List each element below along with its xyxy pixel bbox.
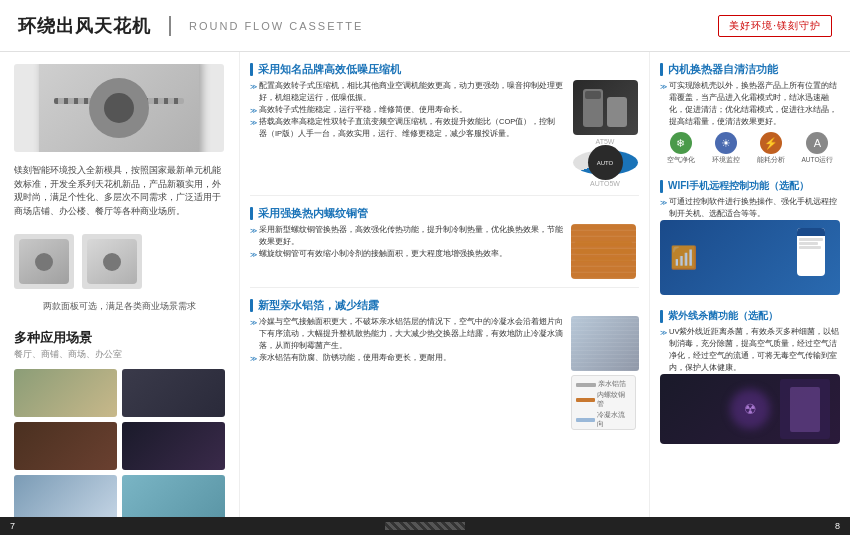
scenes-title: 多种应用场景 bbox=[14, 329, 225, 347]
alum-bullet-2: 亲水铝箔有防腐、防锈功能，使用寿命更长，更耐用。 bbox=[250, 352, 563, 364]
blue-bar-icon bbox=[250, 63, 253, 76]
page-title-cn: 环绕出风天花机 bbox=[18, 14, 151, 38]
alum-title: 新型亲水铝箔，减少结露 bbox=[258, 298, 379, 313]
alum-diagram: 亲水铝箔 内螺纹铜管 冷凝水流向 bbox=[571, 375, 636, 430]
page-header: 环绕出风天花机 ROUND FLOW CASSETTE 美好环境·镁刻守护 bbox=[0, 0, 850, 52]
compressor-bullet-2: 高效转子式性能稳定，运行平稳，维修简便、使用寿命长。 bbox=[250, 104, 563, 116]
aluminum-section: 新型亲水铝箔，减少结露 冷媒与空气接触面积更大，不破坏亲水铝箔层的情况下，空气中… bbox=[250, 298, 639, 430]
wifi-title-row: WIFI手机远程控制功能（选配） bbox=[660, 179, 840, 193]
auto-icon: A bbox=[806, 132, 828, 154]
icon-label-4: AUTO运行 bbox=[802, 156, 834, 165]
compressor-title: 采用知名品牌高效低噪压缩机 bbox=[258, 62, 401, 77]
scene-image-1 bbox=[14, 369, 117, 417]
alum-title-row: 新型亲水铝箔，减少结露 bbox=[250, 298, 639, 313]
feature-icons-row: ❄ 空气净化 ☀ 环境监控 ⚡ 能耗分析 A AUTO运行 bbox=[660, 132, 840, 165]
cassette-center bbox=[89, 78, 149, 138]
scenes-section: 多种应用场景 餐厅、商铺、商场、办公室 bbox=[14, 329, 225, 523]
cassette-illustration bbox=[29, 64, 209, 152]
cassette-center-inner bbox=[104, 93, 134, 123]
variant-shape-1 bbox=[19, 239, 69, 284]
wifi-bullet: 可通过控制软件进行换热操作、强化手机远程控制开关机、选配适合等等。 bbox=[660, 196, 840, 220]
variants-caption: 两款面板可选，满足各类商业场景需求 bbox=[14, 301, 225, 313]
blue-bar-clean-icon bbox=[660, 63, 663, 76]
wifi-title: WIFI手机远程控制功能（选配） bbox=[668, 179, 809, 193]
scene-image-6 bbox=[122, 475, 225, 523]
icon-label-3: 能耗分析 bbox=[757, 156, 785, 165]
icon-item-4: A AUTO运行 bbox=[802, 132, 834, 165]
page-footer: 7 8 bbox=[0, 517, 850, 535]
left-panel: 镁刻智能环境投入全新模具，按照国家最新单元机能效标准，开发全系列天花机新品，产品… bbox=[0, 52, 240, 535]
product-image bbox=[14, 64, 224, 152]
uv-section: 紫外线杀菌功能（选配） UV紫外线近距离杀菌，有效杀灭多种细菌，以铝制消毒，充分… bbox=[660, 309, 840, 444]
uv-title-row: 紫外线杀菌功能（选配） bbox=[660, 309, 840, 323]
icon-label-1: 空气净化 bbox=[667, 156, 695, 165]
compressor-bullet-1: 配置高效转子式压缩机，相比其他商业空调机能效更高，动力更强劲，噪音抑制处理更好，… bbox=[250, 80, 563, 104]
blue-bar-alum-icon bbox=[250, 299, 253, 312]
header-divider bbox=[169, 16, 171, 36]
footer-pattern bbox=[385, 522, 465, 530]
icon-item-3: ⚡ 能耗分析 bbox=[757, 132, 785, 165]
scene-image-2 bbox=[122, 369, 225, 417]
air-purify-icon: ❄ bbox=[670, 132, 692, 154]
uv-title: 紫外线杀菌功能（选配） bbox=[668, 309, 778, 323]
variant-images bbox=[14, 234, 225, 289]
main-content: 镁刻智能环境投入全新模具，按照国家最新单元机能效标准，开发全系列天花机新品，产品… bbox=[0, 52, 850, 535]
compressor-title-row: 采用知名品牌高效低噪压缩机 bbox=[250, 62, 639, 77]
variant-shape-2 bbox=[87, 239, 137, 284]
scene-image-4 bbox=[122, 422, 225, 470]
right-panel: 内机换热器自清洁功能 可实现除机壳以外，换热器产品上所有位置的结霜覆盖，当产品进… bbox=[650, 52, 850, 535]
self-clean-section: 内机换热器自清洁功能 可实现除机壳以外，换热器产品上所有位置的结霜覆盖，当产品进… bbox=[660, 62, 840, 165]
variant-image-2 bbox=[82, 234, 142, 289]
uv-bullet: UV紫外线近距离杀菌，有效杀灭多种细菌，以铝制消毒，充分除菌，提高空气质量，经过… bbox=[660, 326, 840, 374]
uv-image: ☢ bbox=[660, 374, 840, 444]
energy-icon: ⚡ bbox=[760, 132, 782, 154]
heat-exch-title: 采用强换热内螺纹铜管 bbox=[258, 206, 368, 221]
center-panel: 采用知名品牌高效低噪压缩机 配置高效转子式压缩机，相比其他商业空调机能效更高，动… bbox=[240, 52, 650, 535]
footer-stripe bbox=[385, 522, 465, 530]
wifi-phone-image: 📶 bbox=[660, 220, 840, 295]
heat-exchange-section: 采用强换热内螺纹铜管 采用新型螺纹铜管换热器，高效强化传热功能，提升制冷制热量，… bbox=[250, 206, 639, 288]
blue-bar-wifi-icon bbox=[660, 180, 663, 193]
heat-bullet-1: 采用新型螺纹铜管换热器，高效强化传热功能，提升制冷制热量，优化换热效果，节能效果… bbox=[250, 224, 563, 248]
brand-text: 美好环境·镁刻守护 bbox=[729, 19, 821, 33]
variant-image-1 bbox=[14, 234, 74, 289]
header-left: 环绕出风天花机 ROUND FLOW CASSETTE bbox=[18, 14, 363, 38]
cassette-outer bbox=[39, 64, 199, 152]
brand-badge: 美好环境·镁刻守护 bbox=[718, 15, 832, 37]
heat-bullet-2: 螺旋纹铜管可有效缩小制冷剂的接触面积，更大程度地增强换热效率。 bbox=[250, 248, 563, 260]
copper-tube-image bbox=[571, 224, 636, 279]
blue-bar-heat-icon bbox=[250, 207, 253, 220]
icon-item-2: ☀ 环境监控 bbox=[712, 132, 740, 165]
scene-image-5 bbox=[14, 475, 117, 523]
alum-foil-image bbox=[571, 316, 639, 371]
page-number-right: 8 bbox=[835, 521, 840, 531]
scene-image-3 bbox=[14, 422, 117, 470]
self-clean-bullet: 可实现除机壳以外，换热器产品上所有位置的结霜覆盖，当产品进入化霜模式时，结冰迅速… bbox=[660, 80, 840, 128]
product-description: 镁刻智能环境投入全新模具，按照国家最新单元机能效标准，开发全系列天花机新品，产品… bbox=[14, 160, 225, 222]
blue-bar-uv-icon bbox=[660, 310, 663, 323]
scenes-grid bbox=[14, 369, 225, 523]
self-clean-title: 内机换热器自清洁功能 bbox=[668, 62, 778, 77]
icon-item-1: ❄ 空气净化 bbox=[667, 132, 695, 165]
monitor-icon: ☀ bbox=[715, 132, 737, 154]
compressor-bullet-3: 搭载高效率高稳定性双转子直流变频空调压缩机，有效提升效能比（COP值），控制器（… bbox=[250, 116, 563, 140]
alum-bullet-1: 冷媒与空气接触面积更大，不破坏亲水铝箔层的情况下，空气中的冷凝水会沿着翅片向下有… bbox=[250, 316, 563, 352]
compressor-image bbox=[573, 80, 638, 135]
page-title-en: ROUND FLOW CASSETTE bbox=[189, 20, 363, 32]
page-number-left: 7 bbox=[10, 521, 15, 531]
scenes-subtitle: 餐厅、商铺、商场、办公室 bbox=[14, 349, 225, 361]
compressor-section: 采用知名品牌高效低噪压缩机 配置高效转子式压缩机，相比其他商业空调机能效更高，动… bbox=[250, 62, 639, 196]
self-clean-title-row: 内机换热器自清洁功能 bbox=[660, 62, 840, 77]
wifi-section: WIFI手机远程控制功能（选配） 可通过控制软件进行换热操作、强化手机远程控制开… bbox=[660, 179, 840, 295]
icon-label-2: 环境监控 bbox=[712, 156, 740, 165]
heat-exch-title-row: 采用强换热内螺纹铜管 bbox=[250, 206, 639, 221]
